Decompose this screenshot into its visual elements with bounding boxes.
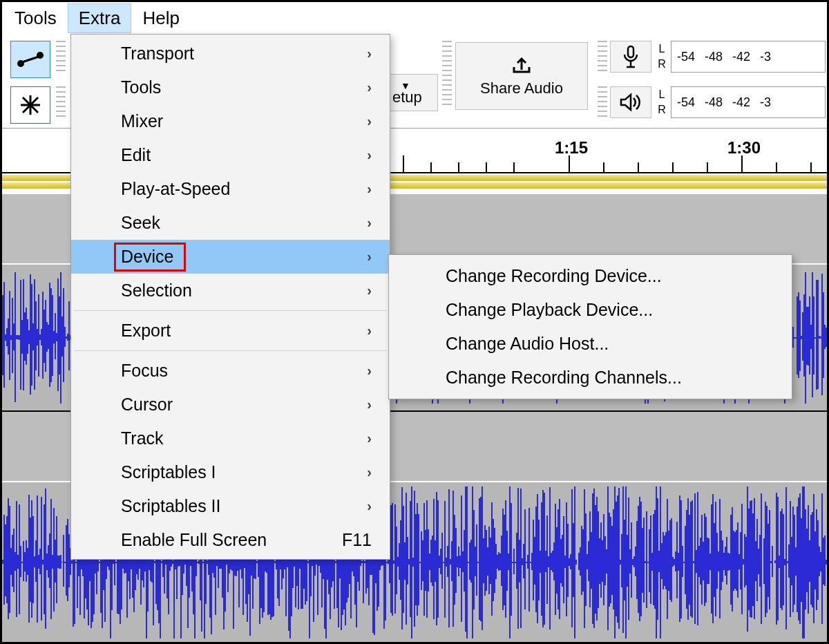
menu-item-edit[interactable]: Edit› [71, 138, 390, 172]
playback-level-meter[interactable]: -54 -48 -42 -3 [671, 86, 826, 118]
chevron-right-icon: › [367, 464, 372, 480]
menu-help[interactable]: Help [131, 3, 190, 33]
menu-tools[interactable]: Tools [3, 3, 68, 33]
lr-label: LR [654, 41, 669, 73]
chevron-right-icon: › [367, 215, 372, 231]
submenu-change-recording-device[interactable]: Change Recording Device... [389, 259, 792, 293]
chevron-right-icon: › [367, 79, 372, 95]
toolbar-grip[interactable] [598, 41, 607, 73]
timeline-label: 1:30 [727, 138, 761, 158]
menu-item-scriptables1[interactable]: Scriptables I› [71, 455, 390, 489]
record-meter-icon-box[interactable] [610, 41, 651, 73]
chevron-right-icon: › [367, 181, 372, 197]
toolbar-grip[interactable] [56, 41, 66, 73]
submenu-change-recording-channels[interactable]: Change Recording Channels... [389, 361, 792, 395]
toolbar-grip[interactable] [598, 86, 607, 118]
chevron-right-icon: › [367, 363, 372, 379]
menu-item-scriptables2[interactable]: Scriptables II› [71, 489, 390, 523]
chevron-right-icon: › [367, 498, 372, 514]
menu-item-device[interactable]: Device› [71, 240, 390, 274]
menu-item-export[interactable]: Export› [71, 314, 390, 348]
menu-extra[interactable]: Extra [68, 3, 132, 33]
chevron-right-icon: › [367, 430, 372, 446]
speaker-icon [619, 93, 642, 112]
envelope-tool-button[interactable] [10, 41, 50, 78]
menu-item-fullscreen[interactable]: Enable Full ScreenF11 [71, 523, 390, 557]
chevron-right-icon: › [367, 249, 372, 265]
chevron-right-icon: › [367, 46, 372, 61]
chevron-right-icon: › [367, 113, 372, 129]
microphone-icon [622, 45, 640, 68]
audio-setup-button-partial[interactable]: ▼ etup [388, 74, 438, 111]
audio-setup-label-partial: etup [392, 88, 422, 106]
menu-item-mixer[interactable]: Mixer› [71, 104, 390, 138]
extra-menu: Transport› Tools› Mixer› Edit› Play-at-S… [70, 34, 390, 560]
menu-item-track[interactable]: Track› [71, 422, 390, 455]
menu-separator [74, 310, 387, 311]
menu-separator [74, 350, 387, 351]
lr-label: LR [654, 86, 669, 118]
envelope-icon [17, 51, 44, 68]
chevron-right-icon: › [367, 397, 372, 413]
device-submenu: Change Recording Device... Change Playba… [388, 254, 792, 399]
menu-item-transport[interactable]: Transport› [71, 37, 390, 70]
timeline-label: 1:15 [555, 138, 588, 158]
menu-item-tools[interactable]: Tools› [71, 70, 390, 104]
playback-meter-icon-box[interactable] [610, 86, 651, 118]
toolbar-grip[interactable] [442, 41, 452, 108]
app-window: Tools Extra Help Share Audio ▼ etup [0, 0, 829, 644]
submenu-change-playback-device[interactable]: Change Playback Device... [389, 293, 792, 327]
toolbar-grip[interactable] [56, 86, 66, 118]
shortcut-label: F11 [342, 530, 372, 550]
chevron-right-icon: › [367, 147, 372, 163]
svg-line-2 [22, 57, 39, 62]
share-audio-button[interactable]: Share Audio [455, 42, 588, 110]
menu-item-cursor[interactable]: Cursor› [71, 388, 390, 422]
menu-item-selection[interactable]: Selection› [71, 274, 390, 307]
menubar: Tools Extra Help [2, 2, 827, 34]
chevron-right-icon: › [367, 323, 372, 339]
asterisk-icon [19, 93, 42, 117]
share-icon [511, 55, 532, 74]
menu-item-focus[interactable]: Focus› [71, 354, 390, 388]
multi-tool-button[interactable] [10, 86, 50, 124]
svg-rect-7 [628, 46, 633, 57]
chevron-right-icon: › [367, 283, 372, 299]
menu-item-seek[interactable]: Seek› [71, 206, 390, 240]
submenu-change-audio-host[interactable]: Change Audio Host... [389, 327, 792, 361]
share-audio-label: Share Audio [480, 79, 563, 97]
record-level-meter[interactable]: -54 -48 -42 -3 [671, 41, 826, 73]
menu-item-play-at-speed[interactable]: Play-at-Speed› [71, 172, 390, 206]
